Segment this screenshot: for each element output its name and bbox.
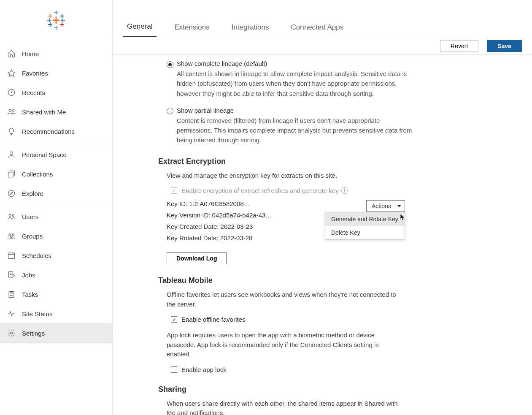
checkbox-icon[interactable] xyxy=(171,316,177,323)
jobs-icon xyxy=(7,270,16,279)
svg-point-30 xyxy=(11,236,12,238)
radio-icon[interactable] xyxy=(167,108,173,114)
tableau-logo-icon xyxy=(46,10,66,30)
check-label: Enable offline favorites xyxy=(181,316,246,323)
tab-general[interactable]: General xyxy=(123,14,157,37)
key-version-line: Key Version ID: 042d5a74-b42a-43… xyxy=(167,212,272,219)
sidebar-item-site-status[interactable]: Site Status xyxy=(0,304,112,323)
radio-label: Show complete lineage (default) xyxy=(177,60,413,67)
enable-app-lock-row[interactable]: Enable app lock xyxy=(171,366,512,373)
radio-partial-lineage[interactable]: Show partial lineage Content is removed … xyxy=(167,107,512,145)
radio-icon[interactable] xyxy=(167,61,173,68)
sidebar-item-settings[interactable]: Settings xyxy=(0,323,112,343)
collections-icon xyxy=(7,169,16,179)
checkbox-icon[interactable] xyxy=(171,366,177,373)
nav-label: Explore xyxy=(22,190,43,197)
sidebar-item-users[interactable]: Users xyxy=(0,207,112,226)
extract-encryption-heading: Extract Encryption xyxy=(158,157,512,166)
tab-extensions[interactable]: Extensions xyxy=(170,15,213,37)
sidebar-item-recents[interactable]: Recents xyxy=(0,83,112,102)
settings-tabs: General Extensions Integrations Connecte… xyxy=(113,0,532,37)
svg-point-22 xyxy=(10,152,13,155)
checkbox-icon xyxy=(171,187,177,194)
tableau-mobile-heading: Tableau Mobile xyxy=(158,276,512,285)
chevron-down-icon xyxy=(397,205,401,207)
nav-label: Recents xyxy=(22,89,45,96)
svg-rect-23 xyxy=(8,172,14,177)
save-button[interactable]: Save xyxy=(487,40,522,52)
calendar-icon xyxy=(7,251,16,260)
actions-dropdown-menu: Generate and Rotate Key Delete Key xyxy=(325,212,405,240)
svg-point-26 xyxy=(9,214,11,216)
key-id-line: Key ID: 1:2:A076C8582008… xyxy=(167,200,272,207)
menu-delete-key[interactable]: Delete Key xyxy=(325,226,405,239)
compass-icon xyxy=(7,189,16,198)
sharing-desc: When users share directly with each othe… xyxy=(167,399,403,415)
home-icon xyxy=(7,49,16,58)
download-log-button[interactable]: Download Log xyxy=(167,252,227,264)
sidebar-item-schedules[interactable]: Schedules xyxy=(0,246,112,265)
info-icon[interactable]: i xyxy=(341,187,348,194)
sidebar-item-shared[interactable]: Shared with Me xyxy=(0,102,112,122)
svg-marker-25 xyxy=(11,193,13,195)
sidebar-item-jobs[interactable]: Jobs xyxy=(0,265,112,285)
nav-label: Favorites xyxy=(22,70,48,77)
main-content: General Extensions Integrations Connecte… xyxy=(113,0,532,415)
star-icon xyxy=(7,68,16,78)
status-icon xyxy=(7,309,16,318)
sidebar-item-explore[interactable]: Explore xyxy=(0,184,112,203)
svg-point-27 xyxy=(12,214,14,216)
app-lock-desc: App lock requires users to open the app … xyxy=(167,331,403,359)
key-created-line: Key Created Date: 2022-03-23 xyxy=(167,223,272,230)
revert-button[interactable]: Revert xyxy=(440,40,478,52)
sidebar-item-recommendations[interactable]: Recommendations xyxy=(0,122,112,141)
logo-container xyxy=(0,0,112,42)
check-label: Enable encryption of extract refreshes a… xyxy=(181,187,339,194)
nav-label: Settings xyxy=(22,330,45,337)
users-icon xyxy=(7,212,16,221)
svg-point-29 xyxy=(12,234,14,236)
enable-encryption-row: Enable encryption of extract refreshes a… xyxy=(171,187,512,194)
tab-connected-apps[interactable]: Connected Apps xyxy=(287,15,348,37)
sidebar: Home Favorites Recents Shared with Me Re… xyxy=(0,0,113,415)
person-icon xyxy=(7,150,16,159)
tableau-mobile-desc: Offline favorites let users see workbook… xyxy=(167,290,403,309)
nav-label: Shared with Me xyxy=(22,108,66,116)
svg-rect-31 xyxy=(8,253,15,258)
sidebar-item-personal-space[interactable]: Personal Space xyxy=(0,145,112,164)
sidebar-item-collections[interactable]: Collections xyxy=(0,164,112,184)
nav-label: Schedules xyxy=(22,252,51,259)
svg-point-21 xyxy=(12,110,14,111)
key-rotated-line: Key Rotated Date: 2022-03-28 xyxy=(167,234,272,241)
radio-complete-lineage[interactable]: Show complete lineage (default) All cont… xyxy=(167,60,512,98)
svg-marker-18 xyxy=(8,70,15,77)
nav-label: Users xyxy=(22,213,38,220)
sharing-heading: Sharing xyxy=(158,385,512,394)
save-revert-bar: Revert Save xyxy=(113,37,532,55)
nav-label: Site Status xyxy=(22,310,53,317)
shared-icon xyxy=(7,107,16,117)
sidebar-item-favorites[interactable]: Favorites xyxy=(0,63,112,83)
bulb-icon xyxy=(7,127,16,136)
sidebar-item-home[interactable]: Home xyxy=(0,44,112,63)
svg-point-20 xyxy=(9,109,11,111)
settings-scroll-area[interactable]: Show complete lineage (default) All cont… xyxy=(113,55,532,415)
nav-label: Home xyxy=(22,50,39,57)
radio-description: Content is removed (filtered) from linea… xyxy=(177,116,413,145)
svg-point-28 xyxy=(9,234,11,236)
clock-icon xyxy=(7,88,16,97)
check-label: Enable app lock xyxy=(181,366,227,373)
actions-label: Actions xyxy=(372,203,391,209)
tab-integrations[interactable]: Integrations xyxy=(227,15,273,37)
sidebar-item-tasks[interactable]: Tasks xyxy=(0,285,112,304)
sidebar-item-groups[interactable]: Groups xyxy=(0,226,112,246)
nav-label: Jobs xyxy=(22,271,35,279)
extract-encryption-desc: View and manage the encryption key for e… xyxy=(167,171,403,181)
svg-point-24 xyxy=(8,190,15,197)
nav-label: Personal Space xyxy=(22,151,67,158)
nav-label: Recommendations xyxy=(22,128,75,135)
gear-icon xyxy=(7,328,16,338)
enable-offline-favorites-row[interactable]: Enable offline favorites xyxy=(171,316,512,323)
actions-dropdown-button[interactable]: Actions xyxy=(366,200,405,212)
menu-generate-rotate-key[interactable]: Generate and Rotate Key xyxy=(325,212,405,226)
